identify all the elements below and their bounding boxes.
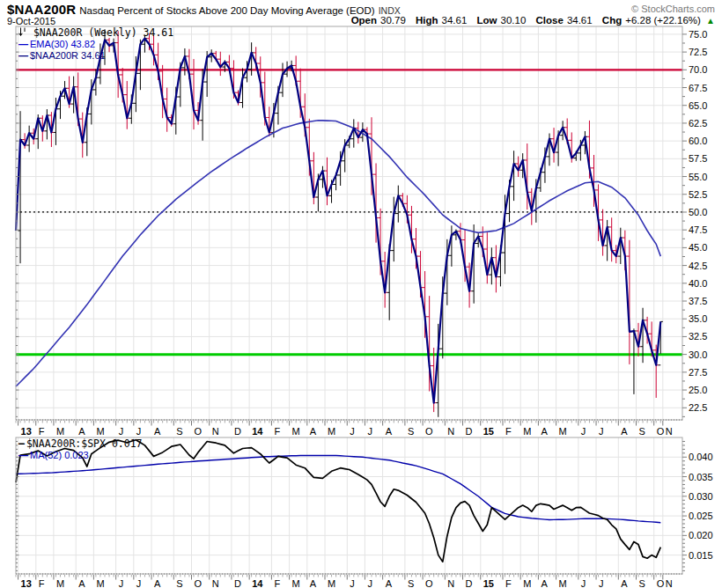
axis-tick-label: O xyxy=(425,426,433,437)
ma-legend-label: MA(52) xyxy=(30,450,62,460)
chart-canvas: 22.525.027.530.032.535.037.540.042.545.0… xyxy=(0,0,722,588)
axis-tick-label: A xyxy=(621,426,628,437)
axis-tick-label: F xyxy=(39,426,45,437)
axis-tick-label: 72.5 xyxy=(689,47,707,57)
axis-tick-label: 0.015 xyxy=(689,550,713,561)
main-legend-line1: $NAA200R (Weekly) 34.61 xyxy=(18,27,173,39)
axis-tick-label: 30.0 xyxy=(689,349,707,360)
axis-tick-label: M xyxy=(96,578,104,588)
axis-tick-label: A xyxy=(386,426,393,437)
axis-tick-label: J xyxy=(367,426,372,437)
axis-tick-label: J xyxy=(119,426,124,437)
axis-tick-label: D xyxy=(466,578,473,588)
main-legend: $NAA200R (Weekly) 34.61 —EMA(30) 43.82 —… xyxy=(18,27,173,62)
axis-tick-label: J xyxy=(581,578,586,588)
axis-tick-label: 42.5 xyxy=(689,261,707,271)
axis-tick-label: J xyxy=(119,578,124,588)
axis-tick-label: 40.0 xyxy=(689,278,707,289)
axis-tick-label: O xyxy=(425,578,433,588)
axis-tick-label: F xyxy=(274,578,280,588)
axis-tick-label: A xyxy=(386,578,393,588)
axis-tick-label: F xyxy=(39,578,45,588)
axis-tick-label: S xyxy=(639,578,645,588)
axis-tick-label: A xyxy=(154,426,161,437)
axis-tick-label: J xyxy=(350,426,355,437)
axis-tick-label: O xyxy=(195,578,203,588)
ma-legend-value: 0.023 xyxy=(64,450,89,460)
close-legend-label: $NAA200R xyxy=(30,50,78,61)
axis-tick-label: A xyxy=(541,426,548,437)
axis-tick-label: J xyxy=(136,578,142,588)
ma-legend-line: —MA(52) 0.023 xyxy=(18,450,143,461)
ma-legend-dash: — xyxy=(18,450,28,460)
axis-tick-label: 52.5 xyxy=(689,189,707,200)
axis-tick-label: F xyxy=(505,426,512,437)
axis-tick-label: M xyxy=(328,426,335,437)
axis-tick-label: 15 xyxy=(483,426,494,437)
axis-tick-label: 47.5 xyxy=(689,224,707,235)
axis-tick-label: J xyxy=(367,578,372,588)
ema-line xyxy=(16,121,660,386)
axis-tick-label: M xyxy=(559,426,567,437)
axis-tick-label: 0.025 xyxy=(689,511,713,521)
axis-tick-label: 13 xyxy=(21,578,32,588)
axis-tick-label: M xyxy=(96,426,104,437)
axis-tick-label: 0.030 xyxy=(689,491,713,502)
axis-tick-label: 60.0 xyxy=(689,136,707,146)
axis-tick-label: N xyxy=(212,426,219,437)
axis-tick-label: S xyxy=(176,426,182,437)
close-legend-dash: — xyxy=(18,50,28,61)
axis-tick-label: 15 xyxy=(483,578,494,588)
axis-tick-label: N xyxy=(666,578,673,588)
axis-tick-label: 65.0 xyxy=(689,100,707,111)
axis-tick-label: O xyxy=(195,426,203,437)
ema-legend-value: 43.82 xyxy=(70,39,95,49)
axis-tick-label: 35.0 xyxy=(689,313,707,324)
close-legend-line: —$NAA200R 34.61 xyxy=(18,50,173,62)
axis-tick-label: 55.0 xyxy=(689,172,707,182)
axis-tick-label: 13 xyxy=(21,426,32,437)
axis-tick-label: O xyxy=(657,426,665,437)
ratio-legend: —$NAA200R:$SPX 0.017 —MA(52) 0.023 xyxy=(18,438,143,461)
axis-tick-label: N xyxy=(447,426,454,437)
axis-tick-label: M xyxy=(292,426,300,437)
axis-tick-label: A xyxy=(154,578,161,588)
axis-tick-label: A xyxy=(78,426,85,437)
ratio-series-label: $NAA200R:$SPX xyxy=(26,437,106,450)
axis-tick-label: 37.5 xyxy=(689,296,707,306)
axis-tick-label: 0.035 xyxy=(689,472,713,482)
axis-tick-label: F xyxy=(505,578,512,588)
axis-tick-label: 75.0 xyxy=(689,29,707,40)
close-legend-value: 34.61 xyxy=(81,50,106,61)
axis-tick-label: D xyxy=(234,426,241,437)
axis-tick-label: 14 xyxy=(252,426,263,437)
axis-tick-label: 50.0 xyxy=(689,207,707,217)
axis-tick-label: 0.020 xyxy=(689,530,713,540)
chart-style-icon xyxy=(18,27,27,37)
axis-tick-label: 27.5 xyxy=(689,367,707,378)
axis-tick-label: M xyxy=(328,578,335,588)
axis-tick-label: M xyxy=(56,426,64,437)
main-series-value: 34.61 xyxy=(144,26,174,39)
axis-tick-label: J xyxy=(599,426,604,437)
axis-tick-label: O xyxy=(657,578,665,588)
ratio-legend-line1: —$NAA200R:$SPX 0.017 xyxy=(18,438,143,450)
axis-tick-label: 70.0 xyxy=(689,64,707,75)
axis-tick-label: F xyxy=(274,426,280,437)
axis-tick-label: N xyxy=(447,578,454,588)
axis-tick-label: N xyxy=(212,578,219,588)
axis-tick-label: N xyxy=(666,426,673,437)
ema-legend-dash: — xyxy=(18,39,28,49)
axis-tick-label: A xyxy=(310,426,317,437)
axis-tick-label: S xyxy=(408,578,414,588)
main-series-label: $NAA200R (Weekly) xyxy=(33,26,137,39)
close-line xyxy=(16,39,660,403)
axis-tick-label: J xyxy=(350,578,355,588)
axis-tick-label: 14 xyxy=(252,578,263,588)
axis-tick-label: 45.0 xyxy=(689,242,707,253)
ema-legend-line: —EMA(30) 43.82 xyxy=(18,39,173,50)
axis-tick-label: A xyxy=(78,578,85,588)
axis-tick-label: M xyxy=(56,578,64,588)
ema-legend-label: EMA(30) xyxy=(30,39,68,49)
axis-tick-label: 67.5 xyxy=(689,83,707,93)
